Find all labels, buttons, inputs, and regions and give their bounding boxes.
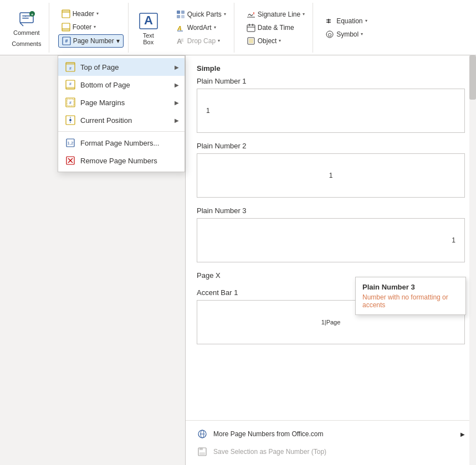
wordart-button[interactable]: A WordArt ▾: [173, 22, 219, 34]
gallery-item-plain-1[interactable]: Plain Number 1 1: [197, 77, 465, 133]
symbol-button[interactable]: Ω Symbol ▾: [322, 28, 366, 40]
date-time-button[interactable]: Date & Time: [243, 22, 298, 34]
header-chevron: ▾: [96, 11, 99, 16]
header-footer-row: Header ▾: [58, 8, 102, 20]
save-selection-icon: [197, 446, 208, 457]
object-button[interactable]: Object ▾: [243, 35, 285, 47]
quick-parts-chevron: ▾: [224, 12, 226, 17]
menu-separator: [58, 131, 185, 132]
symbol-icon: Ω: [325, 30, 334, 39]
drop-cap-label: Drop Cap: [187, 37, 216, 45]
page-number-button[interactable]: # Page Number ▾: [58, 34, 124, 48]
drop-cap-button[interactable]: A E Drop Cap ▾: [173, 35, 223, 47]
page-number-chevron: ▾: [116, 37, 120, 45]
menu-item-top-of-page[interactable]: # Top of Page ▶: [58, 58, 185, 76]
svg-text:#: #: [65, 38, 68, 44]
tooltip-title: Plain Number 3: [362, 283, 459, 291]
more-numbers-icon: [197, 428, 208, 440]
menu-item-format-page-numbers[interactable]: 1,2 Format Page Numbers...: [58, 134, 185, 152]
save-selection-label: Save Selection as Page Number (Top): [213, 448, 326, 456]
svg-point-49: [69, 119, 71, 121]
wordart-chevron: ▾: [214, 25, 216, 30]
more-numbers-label: More Page Numbers from Office.com: [213, 430, 324, 438]
signature-line-button[interactable]: Signature Line ▾: [243, 8, 308, 20]
plain-2-label: Plain Number 2: [197, 142, 465, 150]
svg-text:E: E: [181, 38, 184, 42]
svg-rect-18: [181, 11, 185, 14]
svg-text:A: A: [144, 13, 153, 27]
textbox-button[interactable]: A Text Box: [133, 8, 164, 48]
svg-rect-60: [199, 452, 205, 455]
quick-parts-icon: [176, 10, 185, 19]
page-number-row: # Page Number ▾: [58, 34, 124, 48]
comment-label: Comment: [13, 29, 40, 36]
ribbon: + Comment Comments Header ▾: [0, 0, 476, 55]
svg-rect-39: [66, 63, 75, 65]
menu-item-page-margins-label: Page Margins: [80, 99, 125, 107]
svg-rect-4: [22, 18, 29, 19]
page-number-icon: #: [62, 37, 71, 45]
drop-cap-icon: A E: [176, 37, 185, 45]
signature-line-label: Signature Line: [258, 11, 300, 18]
menu-item-bottom-of-page-label: Bottom of Page: [80, 81, 130, 89]
comment-button[interactable]: + Comment: [9, 8, 44, 38]
comments-group-label: Comments: [12, 38, 41, 47]
date-time-icon: [247, 23, 255, 32]
quick-parts-label: Quick Parts: [187, 11, 222, 18]
scroll-track[interactable]: [469, 55, 476, 465]
menu-item-remove-page-numbers-label: Remove Page Numbers: [80, 157, 157, 165]
plain-1-number: 1: [206, 107, 210, 115]
svg-rect-27: [247, 25, 255, 32]
top-of-page-arrow: ▶: [175, 64, 179, 70]
svg-text:#: #: [69, 101, 71, 105]
svg-text:#: #: [69, 82, 71, 86]
drop-cap-chevron: ▾: [218, 38, 220, 43]
menu-item-page-margins[interactable]: # Page Margins ▶: [58, 94, 185, 111]
page-margins-icon: #: [65, 97, 76, 108]
menu-item-format-page-numbers-label: Format Page Numbers...: [80, 139, 159, 147]
insert-group: Header ▾ Footer ▾: [54, 3, 129, 53]
gallery-footer: More Page Numbers from Office.com ▶ Save…: [186, 420, 476, 465]
svg-rect-3: [22, 16, 31, 17]
gallery-scroll[interactable]: Simple Plain Number 1 1 Plain Number 2 1…: [186, 55, 476, 420]
scroll-thumb[interactable]: [469, 55, 476, 100]
quick-parts-button[interactable]: Quick Parts ▾: [173, 8, 229, 20]
more-numbers-item[interactable]: More Page Numbers from Office.com ▶: [195, 425, 467, 443]
signature-icon: [247, 10, 255, 19]
svg-rect-20: [181, 15, 185, 18]
current-position-icon: [65, 115, 76, 126]
tooltip-description: Number with no formatting or accents: [362, 293, 459, 309]
gallery-item-plain-2[interactable]: Plain Number 2 1: [197, 142, 465, 198]
menu-item-remove-page-numbers[interactable]: Remove Page Numbers: [58, 152, 185, 169]
header-button[interactable]: Header ▾: [58, 8, 102, 20]
bottom-of-page-icon: #: [65, 79, 76, 90]
plain-3-preview[interactable]: 1: [197, 218, 465, 262]
svg-text:A: A: [177, 25, 182, 32]
textbox-label-text: Text: [143, 32, 154, 39]
svg-rect-59: [199, 448, 203, 450]
plain-1-preview[interactable]: 1: [197, 89, 465, 133]
page-number-menu: # Top of Page ▶ # Bottom of Page ▶ # Pag…: [58, 55, 185, 172]
textbox-icon: A: [137, 10, 160, 32]
accent-1-number: 1|Page: [321, 319, 341, 326]
footer-button[interactable]: Footer ▾: [58, 21, 100, 33]
header-label: Header: [73, 10, 94, 18]
menu-item-current-position[interactable]: Current Position ▶: [58, 111, 185, 129]
format-page-numbers-icon: 1,2: [65, 137, 76, 148]
wordart-icon: A: [176, 23, 185, 32]
gallery-item-plain-3[interactable]: Plain Number 3 1: [197, 206, 465, 262]
equation-button[interactable]: Equation ▾: [322, 15, 370, 27]
object-chevron: ▾: [279, 38, 281, 43]
page-margins-arrow: ▶: [175, 100, 179, 106]
object-label: Object: [258, 37, 277, 45]
section-simple-label: Simple: [197, 64, 465, 73]
footer-label: Footer: [73, 23, 92, 31]
plain-3-number: 1: [452, 236, 455, 244]
footer-chevron: ▾: [94, 24, 96, 29]
footer-row: Footer ▾: [58, 21, 100, 33]
menu-item-bottom-of-page[interactable]: # Bottom of Page ▶: [58, 76, 185, 94]
save-selection-item: Save Selection as Page Number (Top): [195, 443, 467, 461]
menu-item-current-position-label: Current Position: [80, 116, 132, 125]
plain-2-number: 1: [329, 172, 333, 179]
plain-2-preview[interactable]: 1: [197, 153, 465, 198]
